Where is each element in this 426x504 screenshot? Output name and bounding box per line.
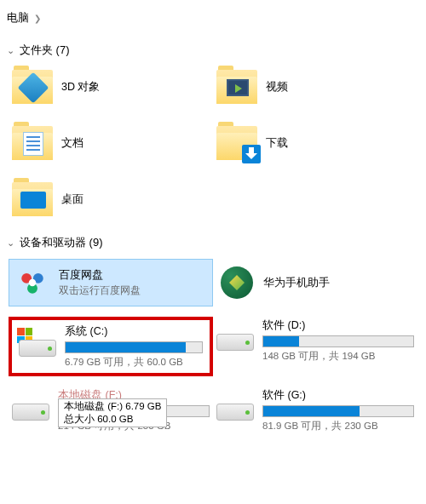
app-baidu-netdisk[interactable]: 百度网盘 双击运行百度网盘 [9, 259, 213, 306]
usage-fill [263, 406, 360, 416]
app-subtitle: 双击运行百度网盘 [59, 284, 207, 297]
app-huawei-assistant[interactable]: 华为手机助手 [213, 259, 417, 306]
drive-title: 软件 (D:) [262, 318, 414, 333]
caret-down-icon: ⌄ [7, 45, 14, 56]
folders-section-title: 文件夹 (7) [20, 43, 70, 58]
folder-label: 下载 [266, 136, 288, 151]
breadcrumb[interactable]: 电脑 ❯ [0, 0, 426, 36]
folder-downloads[interactable]: 下载 [213, 123, 417, 163]
tooltip: 本地磁盘 (F:) 6.79 GB 总大小 60.0 GB [58, 398, 167, 427]
folder-icon [216, 70, 257, 104]
baidu-icon [14, 265, 50, 301]
drive-title: 系统 (C:) [65, 324, 203, 339]
folder-icon [12, 126, 53, 160]
drive-icon [12, 392, 49, 421]
folder-3d-objects[interactable]: 3D 对象 [9, 66, 213, 107]
usage-fill [263, 336, 299, 346]
chevron-right-icon: ❯ [34, 14, 41, 23]
svg-point-3 [29, 279, 37, 287]
folder-label: 3D 对象 [61, 80, 100, 94]
huawei-icon [219, 265, 255, 301]
usage-fill [66, 342, 186, 352]
folders-section-header[interactable]: ⌄ 文件夹 (7) [0, 36, 426, 63]
caret-down-icon: ⌄ [7, 238, 14, 249]
folder-desktop[interactable]: 桌面 [9, 179, 213, 220]
devices-grid: 百度网盘 双击运行百度网盘 华为手机助手 系统 (C:) 6.79 GB 可用，… [0, 255, 426, 443]
drive-subtitle: 148 GB 可用，共 194 GB [262, 350, 414, 363]
download-arrow-icon [242, 145, 261, 163]
drive-icon [216, 392, 254, 421]
drive-c[interactable]: 系统 (C:) 6.79 GB 可用，共 60.0 GB [15, 323, 206, 370]
usage-bar [65, 341, 203, 353]
folders-grid: 3D 对象 视频 文档 下载 桌面 [0, 63, 426, 228]
drive-icon [19, 328, 56, 357]
usage-bar [262, 405, 414, 417]
folder-icon [12, 182, 53, 216]
folder-icon [12, 70, 53, 104]
folder-label: 视频 [266, 80, 288, 94]
devices-section-header[interactable]: ⌄ 设备和驱动器 (9) [0, 228, 426, 255]
drive-subtitle: 81.9 GB 可用，共 230 GB [262, 420, 414, 432]
devices-section-title: 设备和驱动器 (9) [20, 235, 103, 250]
drive-icon [216, 322, 254, 351]
highlight-annotation: 系统 (C:) 6.79 GB 可用，共 60.0 GB [9, 317, 213, 376]
folder-label: 文档 [61, 136, 83, 151]
drive-f[interactable]: 本地磁盘 (F:) 214 GB 可用，共 230 GB 本地磁盘 (F:) 6… [9, 387, 213, 434]
tooltip-line2: 总大小 60.0 GB [64, 413, 161, 426]
folder-label: 桌面 [61, 192, 83, 207]
app-title: 华为手机助手 [263, 276, 412, 290]
folder-icon [216, 126, 257, 160]
drive-title: 软件 (G:) [262, 388, 414, 403]
usage-bar [262, 335, 414, 347]
tooltip-line1: 本地磁盘 (F:) 6.79 GB [64, 400, 161, 413]
drive-subtitle: 6.79 GB 可用，共 60.0 GB [65, 356, 203, 369]
drive-g[interactable]: 软件 (G:) 81.9 GB 可用，共 230 GB [213, 387, 417, 434]
folder-documents[interactable]: 文档 [9, 123, 213, 163]
drive-d[interactable]: 软件 (D:) 148 GB 可用，共 194 GB [213, 317, 417, 376]
app-title: 百度网盘 [59, 268, 207, 283]
breadcrumb-root[interactable]: 电脑 [7, 10, 29, 26]
folder-videos[interactable]: 视频 [213, 66, 417, 107]
